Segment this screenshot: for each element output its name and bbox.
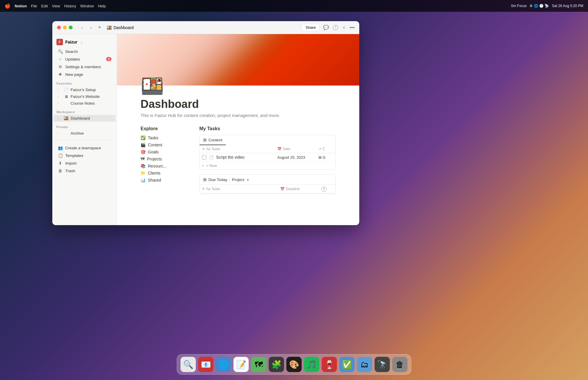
sidebar: F Faizur ⌄ 🔍 Search ○ Updates 3 ⚙ Settin… xyxy=(52,34,117,225)
dock-notion[interactable]: 📝 xyxy=(233,357,249,372)
explore-item-clients[interactable]: 📁 Clients xyxy=(141,170,188,177)
deadline-header-label: Deadline xyxy=(286,187,300,191)
menu-view[interactable]: View xyxy=(52,4,60,8)
close-button[interactable] xyxy=(57,26,61,29)
dock-safari[interactable]: 🌐 xyxy=(216,357,231,372)
menu-window[interactable]: Window xyxy=(80,4,94,8)
sidebar-item-import[interactable]: ⬇ Import xyxy=(54,159,116,167)
sidebar-item-templates[interactable]: 📋 Templates xyxy=(54,152,116,159)
sidebar-item-faizur-setup[interactable]: › 📄 Faizur's Setup xyxy=(54,86,116,93)
archive-label: Archive xyxy=(71,131,84,135)
search-icon: 🔍 xyxy=(58,49,63,54)
explore-item-projects[interactable]: 🗺 Projects xyxy=(141,155,188,163)
sidebar-item-new-page[interactable]: ✚ New page xyxy=(54,71,116,78)
sidebar-item-dashboard[interactable]: › 🍱 Dashboard xyxy=(54,115,116,122)
dock-trash[interactable]: 🗑 xyxy=(392,357,407,372)
sidebar-item-faizur-website[interactable]: › 🖥 Faizur's Website xyxy=(54,93,116,100)
menu-help[interactable]: Help xyxy=(98,4,106,8)
workspace-section-label: Workspace xyxy=(52,107,117,115)
dock-tasks[interactable]: ✅ xyxy=(339,357,355,372)
window-titlebar: ‹ › + 🍱 Dashboard Share 💬 🕐 ☆ ••• xyxy=(52,21,359,34)
dock-app2[interactable]: 🍷 xyxy=(322,357,337,372)
import-label: Import xyxy=(65,161,76,165)
dock-mail[interactable]: 📧 xyxy=(198,357,213,372)
favorites-section-label: Favorites xyxy=(52,78,117,86)
nav-forward-button[interactable]: › xyxy=(87,24,94,31)
due-today-label: Due Today xyxy=(208,178,227,182)
task-checkbox[interactable] xyxy=(202,155,206,160)
plus-icon: + xyxy=(202,163,204,168)
updates-badge: 3 xyxy=(106,57,111,61)
trash-label: Trash xyxy=(65,169,75,173)
dock-figma[interactable]: 🎨 xyxy=(286,357,302,372)
explore-content-label: Content xyxy=(148,143,162,147)
share-button[interactable]: Share xyxy=(302,24,320,31)
content-tab-icon: ⊞ xyxy=(203,138,207,142)
sidebar-item-search[interactable]: 🔍 Search xyxy=(54,48,116,55)
task-title[interactable]: Script the video xyxy=(216,155,245,160)
separator: · xyxy=(229,178,230,182)
menu-file[interactable]: File xyxy=(31,4,37,8)
sidebar-item-create-teamspace[interactable]: 👥 Create a teamspace xyxy=(54,144,116,152)
due-today-table: ⊞ Due Today · Project ∨ ✦ Aa Tasks xyxy=(199,175,336,194)
apple-logo-icon[interactable]: 🍎 xyxy=(5,3,11,9)
workspace-selector[interactable]: F Faizur ⌄ xyxy=(52,36,117,48)
help-icon: ? xyxy=(321,186,327,192)
menu-history[interactable]: History xyxy=(64,4,76,8)
arrow-icon: › xyxy=(58,102,62,105)
sidebar-search-label: Search xyxy=(65,49,78,54)
templates-label: Templates xyxy=(65,153,83,158)
nav-back-button[interactable]: ‹ xyxy=(78,24,86,31)
help-column-header[interactable]: ? xyxy=(321,186,333,192)
sidebar-updates-label: Updates xyxy=(65,57,80,61)
resources-icon: 📚 xyxy=(141,164,146,168)
arrow-icon: › xyxy=(58,117,62,120)
explore-heading: Explore xyxy=(141,126,188,131)
dock-app1[interactable]: 🧩 xyxy=(269,357,284,372)
content-tab[interactable]: ⊞ Content xyxy=(200,135,226,145)
course-notes-label: Course Notes xyxy=(71,101,95,106)
comments-icon[interactable]: 💬 xyxy=(323,25,329,30)
explore-item-goals[interactable]: 🎯 Goals xyxy=(141,148,188,155)
explore-item-resources[interactable]: 📚 Resourc... xyxy=(141,163,188,170)
menu-edit[interactable]: Edit xyxy=(41,4,48,8)
sidebar-item-updates[interactable]: ○ Updates 3 xyxy=(54,55,116,63)
two-column-layout: Explore ✅ Tasks 🎬 Content 🎯 xyxy=(141,126,336,194)
app1-icon: 🧩 xyxy=(271,360,282,369)
explore-section: Explore ✅ Tasks 🎬 Content 🎯 xyxy=(141,126,188,184)
new-row-button[interactable]: + + New xyxy=(200,162,335,170)
maximize-button[interactable] xyxy=(69,26,73,29)
due-today-header[interactable]: ⊞ Due Today · Project ∨ xyxy=(200,175,335,185)
sidebar-item-settings[interactable]: ⚙ Settings & members xyxy=(54,63,116,71)
explore-projects-label: Projects xyxy=(147,157,162,161)
chevron-icon: ∨ xyxy=(247,178,249,182)
my-tasks-heading: My Tasks xyxy=(199,126,336,131)
due-today-table-header: ✦ Aa Tasks 📅 Deadline ? xyxy=(200,185,335,194)
minimize-button[interactable] xyxy=(63,26,67,29)
focus-indicator: 0m Focus xyxy=(511,4,527,8)
dock-maps[interactable]: 🗺 xyxy=(251,357,266,372)
datetime: Sat 26 Aug 5:20 PM xyxy=(552,4,583,8)
sidebar-item-trash[interactable]: 🗑 Trash xyxy=(54,167,116,175)
task-extra-label: G xyxy=(323,155,325,160)
dock-finder2[interactable]: 🔭 xyxy=(375,357,390,372)
favorite-icon[interactable]: ☆ xyxy=(342,25,346,30)
sidebar-item-archive[interactable]: › Archive xyxy=(54,130,116,137)
loading-spinner-icon: ✦ xyxy=(202,147,205,151)
faizur-setup-label: Faizur's Setup xyxy=(71,88,96,92)
add-page-button[interactable]: + xyxy=(96,24,103,31)
more-options-icon[interactable]: ••• xyxy=(350,25,355,30)
doc-icon: 📄 xyxy=(64,88,69,92)
explore-item-shared[interactable]: 📊 Shared xyxy=(141,177,188,184)
link-icon: ↗ xyxy=(318,147,321,151)
sidebar-item-course-notes[interactable]: › Course Notes xyxy=(54,100,116,107)
app-name[interactable]: Notion xyxy=(15,4,27,8)
explore-item-content[interactable]: 🎬 Content xyxy=(141,141,188,148)
history-icon[interactable]: 🕐 xyxy=(333,25,338,30)
explore-item-tasks[interactable]: ✅ Tasks xyxy=(141,134,188,141)
finder2-icon: 🔭 xyxy=(377,360,387,369)
dock-finder[interactable]: 🔍 xyxy=(181,357,196,372)
dock-files[interactable]: 🗂 xyxy=(357,357,372,372)
workspace-avatar: F xyxy=(56,39,63,45)
dock-spotify[interactable]: 🎵 xyxy=(304,357,319,372)
